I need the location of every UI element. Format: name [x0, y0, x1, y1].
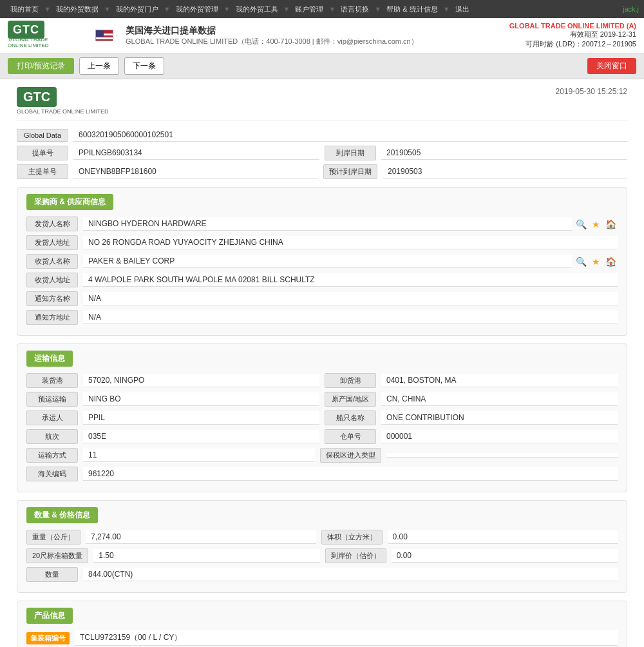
shipper-name-row: 发货人名称 NINGBO HYDERON HARDWARE 🔍 ★ 🏠 — [26, 217, 618, 231]
product-section: 产品信息 集装箱编号 TCLU9723159（00 / L / CY） 集装箱尺… — [17, 601, 627, 647]
warehouse-label: 仓单号 — [325, 429, 376, 444]
nav-home[interactable]: 我的首页 — [5, 5, 44, 14]
transport-mode-value: 11 — [83, 449, 315, 462]
nav-portal[interactable]: 我的外贸门户 — [111, 5, 164, 14]
basic-info: Global Data 6003201905060000102501 提单号 P… — [17, 128, 627, 179]
nav-tools[interactable]: 我的外贸工具 — [231, 5, 283, 14]
next-button[interactable]: 下一条 — [124, 57, 164, 75]
notify-name-label: 通知方名称 — [26, 291, 78, 306]
header-contact: GLOBAL TRADE ONLINE LIMITED（电话：400-710-3… — [126, 37, 509, 46]
container-no-label: 集装箱编号 — [26, 632, 70, 644]
page-title: 美国海关进口提单数据 — [126, 25, 509, 37]
shipper-addr-value: NO 26 RONGDA ROAD YUYAOCITY ZHEJIANG CHI… — [83, 236, 618, 249]
flag-area: · — [95, 30, 118, 41]
ftz-value — [386, 453, 618, 458]
shipper-search-icon[interactable]: 🔍 — [574, 219, 588, 229]
carrier-value: PPIL — [83, 411, 319, 425]
consignee-name-value: PAKER & BAILEY CORP — [83, 255, 572, 268]
loading-port-row: 装货港 57020, NINGPO 卸货港 0401, BOSTON, MA — [26, 373, 618, 388]
discharge-port-value: 0401, BOSTON, MA — [381, 374, 618, 387]
estimated-date-label: 预计到岸日期 — [323, 164, 377, 179]
warehouse-value: 000001 — [381, 430, 618, 443]
product-section-header: 产品信息 — [26, 608, 73, 624]
page-header: GTC GLOBAL TRADEONLINE LIMITED · 美国海关进口提… — [0, 18, 644, 53]
notify-name-row: 通知方名称 N/A — [26, 291, 618, 306]
teu-row: 20尺标准箱数量 1.50 到岸价（估价） 0.00 — [26, 548, 618, 563]
print-button[interactable]: 打印/预览记录 — [8, 58, 74, 74]
record-logo-box: GTC — [17, 87, 57, 107]
ftz-label: 保税区进入类型 — [320, 448, 381, 463]
bill-number-label: 提单号 — [17, 146, 68, 160]
quantity-section: 数量 & 价格信息 重量（公斤） 7,274.00 体积（立方米） 0.00 2… — [17, 500, 627, 593]
transport-mode-label: 运输方式 — [26, 448, 78, 463]
transport-mode-row: 运输方式 11 保税区进入类型 — [26, 448, 618, 463]
user-name: jack.j — [623, 5, 639, 13]
quantity-value: 844.00(CTN) — [83, 568, 618, 581]
nav-help[interactable]: 帮助 & 统计信息 — [381, 5, 442, 14]
nav-trade-data[interactable]: 我的外贸数据 — [51, 5, 104, 14]
shipper-name-field: NINGBO HYDERON HARDWARE 🔍 ★ 🏠 — [83, 217, 618, 231]
consignee-name-label: 收货人名称 — [26, 254, 78, 269]
arrival-date-value: 20190505 — [381, 146, 627, 160]
shipper-home-icon[interactable]: 🏠 — [604, 219, 618, 229]
vessel-name-label: 船只名称 — [325, 410, 376, 425]
carrier-row: 承运人 PPIL 船只名称 ONE CONTRIBUTION — [26, 410, 618, 425]
record-datetime: 2019-05-30 15:25:12 — [556, 87, 627, 96]
volume-label: 体积（立方米） — [321, 530, 383, 545]
consignee-name-row: 收货人名称 PAKER & BAILEY CORP 🔍 ★ 🏠 — [26, 254, 618, 269]
shipping-section-header: 运输信息 — [26, 351, 73, 367]
record-container: GTC GLOBAL TRADE ONLINE LIMITED 2019-05-… — [6, 79, 638, 647]
prev-button[interactable]: 上一条 — [79, 57, 119, 75]
ldr: 可用时龄 (LDR)：200712～201905 — [509, 39, 636, 49]
pre-transport-label: 预运运输 — [26, 392, 78, 407]
teu-label: 20尺标准箱数量 — [26, 548, 88, 563]
shipper-star-icon[interactable]: ★ — [591, 219, 601, 229]
global-data-label: Global Data — [17, 129, 68, 142]
notify-addr-value: N/A — [83, 311, 618, 324]
header-company-info: GLOBAL TRADE ONLINE LIMITED (A) 有效期至 201… — [509, 22, 636, 49]
shipping-section: 运输信息 装货港 57020, NINGPO 卸货港 0401, BOSTON,… — [17, 343, 627, 492]
carrier-label: 承运人 — [26, 410, 78, 425]
global-data-value: 6003201905060000102501 — [73, 128, 627, 142]
record-header: GTC GLOBAL TRADE ONLINE LIMITED 2019-05-… — [17, 87, 627, 121]
discharge-port-label: 卸货港 — [325, 373, 376, 388]
master-bill-value: ONEYNB8BFP181600 — [73, 165, 318, 179]
bill-number-row: 提单号 PPILNGB6903134 到岸日期 20190505 — [17, 146, 627, 160]
record-logo: GTC GLOBAL TRADE ONLINE LIMITED — [17, 87, 109, 115]
consignee-star-icon[interactable]: ★ — [591, 256, 601, 267]
pre-transport-value: NING BO — [83, 392, 319, 406]
teu-value: 1.50 — [93, 549, 319, 563]
logo-subtitle: GLOBAL TRADEONLINE LIMITED — [8, 37, 49, 48]
consignee-home-icon[interactable]: 🏠 — [604, 256, 618, 267]
nav-account[interactable]: 账户管理 — [290, 5, 328, 14]
top-navigation: 我的首页 ▼ 我的外贸数据 ▼ 我的外贸门户 ▼ 我的外贸管理 ▼ 我的外贸工具… — [0, 0, 644, 18]
arrival-price-value: 0.00 — [392, 549, 618, 563]
vessel-name-value: ONE CONTRIBUTION — [381, 411, 618, 425]
consignee-addr-label: 收货人地址 — [26, 273, 78, 287]
notify-addr-row: 通知方地址 N/A — [26, 310, 618, 325]
close-button[interactable]: 关闭窗口 — [587, 58, 636, 74]
origin-label: 原产国/地区 — [325, 392, 376, 407]
supplier-section-header: 采购商 & 供应商信息 — [26, 194, 113, 210]
shipper-addr-label: 发货人地址 — [26, 235, 78, 250]
quantity-section-header: 数量 & 价格信息 — [26, 507, 98, 523]
arrival-date-label: 到岸日期 — [325, 146, 376, 160]
consignee-name-field: PAKER & BAILEY CORP 🔍 ★ 🏠 — [83, 255, 618, 268]
logo: GTC GLOBAL TRADEONLINE LIMITED — [8, 23, 85, 48]
nav-language[interactable]: 语言切换 — [336, 5, 374, 14]
notify-name-value: N/A — [83, 292, 618, 305]
customs-code-value: 961220 — [83, 467, 618, 481]
global-data-row: Global Data 6003201905060000102501 — [17, 128, 627, 142]
customs-code-row: 海关编码 961220 — [26, 467, 618, 481]
weight-row: 重量（公斤） 7,274.00 体积（立方米） 0.00 — [26, 530, 618, 545]
nav-logout[interactable]: 退出 — [450, 5, 475, 14]
nav-manage[interactable]: 我的外贸管理 — [171, 5, 223, 14]
customs-code-label: 海关编码 — [26, 467, 78, 481]
toolbar: 打印/预览记录 上一条 下一条 关闭窗口 — [0, 53, 644, 79]
loading-port-label: 装货港 — [26, 373, 78, 388]
record-logo-sub: GLOBAL TRADE ONLINE LIMITED — [17, 108, 109, 115]
loading-port-value: 57020, NINGPO — [83, 374, 319, 387]
container-no-value: TCLU9723159（00 / L / CY） — [75, 630, 618, 646]
consignee-search-icon[interactable]: 🔍 — [574, 256, 588, 267]
shipper-name-label: 发货人名称 — [26, 217, 78, 231]
